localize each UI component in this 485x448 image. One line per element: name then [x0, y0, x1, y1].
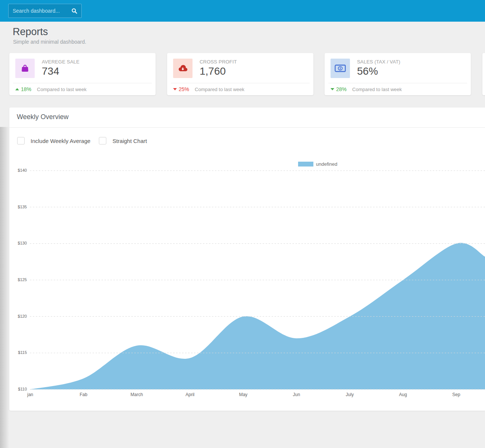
x-axis-tick: July [346, 392, 354, 397]
trend-arrow-icon [15, 88, 19, 90]
delta-percent: 28% [336, 86, 347, 92]
weekly-overview-panel: Weekly Overview Include Weekly Average S… [9, 108, 485, 411]
search-input[interactable] [9, 8, 67, 14]
stat-card-partial [482, 53, 485, 95]
x-axis-tick: May [239, 392, 248, 397]
page-title: Reports [13, 26, 48, 38]
card-divider [171, 83, 310, 83]
cloud-download-icon [173, 59, 193, 78]
card-footer: 18% Compared to last week [15, 85, 87, 93]
x-axis-tick: Sep [452, 392, 460, 397]
page-subtitle: Simple and minimal dashboard. [13, 39, 86, 45]
card-footer: 28% Compared to last week [331, 85, 402, 93]
x-axis-tick: April [185, 392, 194, 397]
delta-percent: 25% [179, 86, 189, 92]
comparison-note: Compared to last week [195, 87, 244, 92]
y-axis-tick: $110 [9, 387, 27, 391]
stat-card-sales-tax-vat: SALES (TAX / VAT) 56% 28% Compared to la… [325, 53, 471, 95]
y-axis-tick: $130 [9, 241, 27, 245]
trend-arrow-icon [173, 88, 177, 90]
y-axis-tick: $120 [9, 314, 27, 318]
y-axis-tick: $135 [9, 205, 27, 209]
dashboard-screen: Reports Simple and minimal dashboard. AV… [0, 0, 485, 448]
x-axis-tick: March [131, 392, 143, 397]
card-footer: 25% Compared to last week [173, 85, 244, 93]
stat-card-average-sale: AVEREGE SALE 734 18% Compared to last we… [9, 53, 156, 95]
money-bill-icon [331, 59, 350, 78]
x-axis-tick: Jun [293, 392, 300, 397]
stat-card-cross-profit: CROSS PROFIT 1,760 25% Compared to last … [167, 53, 313, 95]
card-divider [328, 83, 467, 83]
y-axis-tick: $140 [9, 168, 27, 172]
comparison-note: Compared to last week [352, 87, 402, 92]
comparison-note: Compared to last week [37, 87, 87, 92]
card-label: CROSS PROFIT [200, 59, 237, 65]
card-value: 1,760 [200, 65, 226, 77]
top-navbar [0, 0, 485, 22]
card-value: 56% [357, 65, 378, 77]
search-box[interactable] [8, 4, 82, 18]
shopping-bag-icon [15, 59, 35, 78]
x-axis-tick: Aug [399, 392, 407, 397]
search-icon[interactable] [67, 4, 81, 18]
x-axis-tick: jan [27, 392, 33, 397]
card-label: SALES (TAX / VAT) [357, 59, 400, 65]
delta-percent: 18% [21, 86, 31, 92]
x-axis-tick: Fab [79, 392, 87, 397]
card-divider [13, 83, 152, 83]
area-chart [9, 108, 485, 411]
card-label: AVEREGE SALE [42, 59, 79, 65]
card-value: 734 [42, 65, 59, 77]
y-axis-tick: $125 [9, 277, 27, 282]
sidebar-shadow [0, 127, 9, 448]
trend-arrow-icon [331, 88, 334, 90]
y-axis-tick: $115 [9, 350, 27, 355]
